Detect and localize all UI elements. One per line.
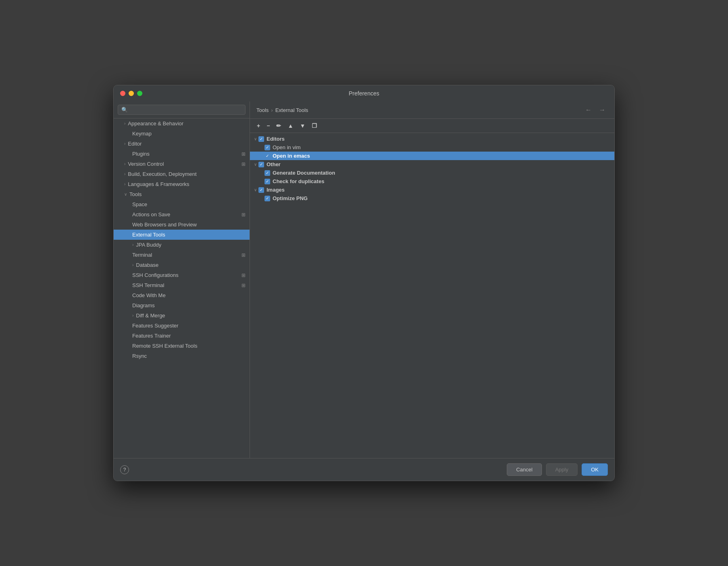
sidebar-item-label: Features Suggester	[132, 323, 178, 329]
tree-checkbox-other[interactable]	[258, 162, 264, 167]
search-input[interactable]	[118, 105, 245, 115]
sidebar-item-label: Editor	[128, 141, 142, 147]
sidebar-item-languages-frameworks[interactable]: › Languages & Frameworks	[114, 179, 250, 189]
sidebar-item-build-execution[interactable]: › Build, Execution, Deployment	[114, 169, 250, 179]
sidebar-item-ssh-terminal[interactable]: SSH Terminal ⊞	[114, 280, 250, 290]
tree-item-open-in-vim[interactable]: Open in vim	[250, 143, 614, 152]
move-down-button[interactable]: ▼	[297, 121, 308, 130]
footer-left: ?	[120, 465, 129, 474]
sidebar-item-label: Tools	[129, 191, 142, 197]
tree-checkbox-generate-docs[interactable]	[265, 170, 270, 176]
sidebar-item-label: Diagrams	[132, 302, 155, 308]
sidebar-item-features-trainer[interactable]: Features Trainer	[114, 331, 250, 341]
tree-area: ∨ Editors Open in vim Open in emacs ∨ Ot…	[250, 133, 614, 458]
sidebar-item-space[interactable]: Space	[114, 199, 250, 209]
sidebar-item-diff-merge[interactable]: › Diff & Merge	[114, 310, 250, 321]
tree-item-optimize-png[interactable]: Optimize PNG	[250, 194, 614, 203]
footer-right: Cancel Apply OK	[507, 463, 608, 476]
forward-button[interactable]: →	[597, 106, 608, 114]
sidebar-item-terminal[interactable]: Terminal ⊞	[114, 250, 250, 260]
tree-group-editors[interactable]: ∨ Editors	[250, 135, 614, 143]
sidebar-item-label: Code With Me	[132, 292, 165, 298]
sidebar-item-editor[interactable]: › Editor	[114, 139, 250, 149]
close-button[interactable]	[120, 91, 125, 96]
tree-item-label: Open in vim	[273, 144, 301, 150]
sidebar-item-plugins[interactable]: Plugins ⊞	[114, 149, 250, 159]
tree-checkbox-vim[interactable]	[265, 145, 270, 150]
sidebar-item-keymap[interactable]: Keymap	[114, 129, 250, 139]
main-content: › Appearance & Behavior Keymap › Editor …	[114, 101, 614, 458]
sidebar-item-label: Build, Execution, Deployment	[128, 171, 197, 177]
tree-checkbox-images[interactable]	[258, 187, 264, 193]
tree-group-images[interactable]: ∨ Images	[250, 186, 614, 194]
tree-checkbox-emacs[interactable]	[265, 153, 270, 159]
chevron-right-icon: ›	[132, 243, 133, 247]
collapse-icon: ∨	[254, 162, 257, 167]
add-button[interactable]: +	[254, 121, 263, 130]
sidebar-item-version-control[interactable]: › Version Control ⊞	[114, 159, 250, 169]
sidebar-item-label: Plugins	[132, 151, 150, 157]
traffic-lights	[120, 91, 142, 96]
collapse-icon: ∨	[254, 188, 257, 192]
sidebar-item-label: SSH Configurations	[132, 272, 178, 278]
chevron-right-icon: ›	[132, 263, 133, 267]
sidebar-item-label: Database	[136, 262, 159, 268]
help-button[interactable]: ?	[120, 465, 129, 474]
tree-item-open-in-emacs[interactable]: Open in emacs	[250, 152, 614, 160]
chevron-right-icon: ›	[124, 142, 125, 146]
tree-item-generate-docs[interactable]: Generate Documentation	[250, 169, 614, 177]
sidebar-item-rsync[interactable]: Rsync	[114, 351, 250, 361]
sidebar-item-label: Web Browsers and Preview	[132, 222, 197, 228]
breadcrumb-separator: ›	[271, 107, 273, 113]
search-box	[114, 101, 250, 118]
sidebar-item-label: Languages & Frameworks	[128, 181, 189, 187]
move-up-button[interactable]: ▲	[285, 121, 296, 130]
edit-button[interactable]: ✏	[273, 121, 284, 130]
dialog-title: Preferences	[349, 90, 379, 97]
tree-item-label: Check for duplicates	[273, 178, 324, 184]
sidebar-item-ssh-configurations[interactable]: SSH Configurations ⊞	[114, 270, 250, 280]
sidebar-item-label: Diff & Merge	[136, 313, 165, 319]
sidebar-item-label: External Tools	[132, 232, 165, 238]
sidebar-item-appearance-behavior[interactable]: › Appearance & Behavior	[114, 118, 250, 129]
preferences-dialog: Preferences › Appearance & Behavior Keym…	[113, 85, 615, 481]
tree-item-check-duplicates[interactable]: Check for duplicates	[250, 177, 614, 186]
sidebar-item-label: Remote SSH External Tools	[132, 343, 197, 349]
sidebar-item-external-tools[interactable]: External Tools	[114, 230, 250, 240]
sidebar-item-features-suggester[interactable]: Features Suggester	[114, 321, 250, 331]
breadcrumb-root: Tools	[256, 107, 269, 113]
sidebar-item-database[interactable]: › Database	[114, 260, 250, 270]
sidebar-item-code-with-me[interactable]: Code With Me	[114, 290, 250, 300]
sidebar-item-jpa-buddy[interactable]: › JPA Buddy	[114, 240, 250, 250]
sidebar-item-label: Keymap	[132, 131, 152, 137]
toolbar: + − ✏ ▲ ▼ ❐	[250, 119, 614, 133]
sidebar-item-actions-on-save[interactable]: Actions on Save ⊞	[114, 209, 250, 220]
ok-button[interactable]: OK	[582, 463, 608, 476]
tree-item-label: Optimize PNG	[273, 195, 308, 201]
chevron-right-icon: ›	[132, 313, 133, 318]
chevron-right-icon: ›	[124, 121, 125, 126]
sidebar-item-diagrams[interactable]: Diagrams	[114, 300, 250, 310]
cancel-button[interactable]: Cancel	[507, 463, 542, 476]
copy-button[interactable]: ❐	[309, 121, 320, 130]
tree-checkbox-optimize-png[interactable]	[265, 196, 270, 201]
tree-group-label: Images	[267, 187, 285, 193]
sidebar-item-label: Features Trainer	[132, 333, 171, 339]
minimize-button[interactable]	[129, 91, 134, 96]
remove-button[interactable]: −	[264, 121, 273, 130]
maximize-button[interactable]	[137, 91, 142, 96]
sidebar-item-label: Version Control	[128, 161, 164, 167]
tree-item-label: Generate Documentation	[273, 170, 335, 176]
sidebar-item-remote-ssh-external-tools[interactable]: Remote SSH External Tools	[114, 341, 250, 351]
plugin-icon: ⊞	[241, 161, 245, 167]
right-panel: Tools › External Tools ← → + − ✏ ▲ ▼ ❐	[250, 101, 614, 458]
tree-checkbox-editors[interactable]	[258, 136, 264, 142]
breadcrumb-bar: Tools › External Tools ← →	[250, 101, 614, 119]
tree-checkbox-check-duplicates[interactable]	[265, 179, 270, 184]
sidebar-item-web-browsers[interactable]: Web Browsers and Preview	[114, 220, 250, 230]
back-button[interactable]: ←	[583, 106, 594, 114]
tree-group-other[interactable]: ∨ Other	[250, 160, 614, 169]
plugin-icon: ⊞	[241, 212, 245, 218]
apply-button[interactable]: Apply	[546, 463, 578, 476]
sidebar-item-tools[interactable]: ∨ Tools	[114, 189, 250, 199]
